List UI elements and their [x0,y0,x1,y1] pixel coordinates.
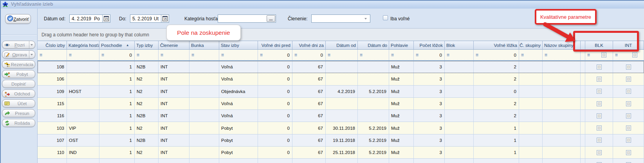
filter-operator-icon[interactable]: = [191,52,194,58]
filter-cell-cislo-izby[interactable]: = [38,50,67,60]
filter-cell-pocet-lozok[interactable]: =0 [414,50,445,60]
int-checkbox[interactable] [626,125,631,131]
filter-cell-datum-od[interactable]: = [326,50,358,60]
table-row[interactable]: 1061N2INTVoľná067Muž32 [38,73,644,85]
filter-operator-icon[interactable]: = [328,52,330,58]
column-header-volne-dni-pred[interactable]: Voľné dni pred [258,41,292,49]
table-row[interactable]: 1151N2INTVoľná067Muž32 [38,98,644,110]
filter-cell-datum-do[interactable]: = [358,50,389,60]
column-header-cislo-izby[interactable]: Číslo izby [38,41,67,49]
blk-checkbox[interactable] [597,101,602,106]
column-header-pocet-lozok[interactable]: Počet lôžok [414,41,445,49]
date-to-field[interactable]: 5. 2.2019 Ut 15 [130,14,169,23]
table-row[interactable]: 109HOST1N2INTObjednávka0674.2.20195.2.20… [38,86,644,98]
filter-operator-icon[interactable]: = [545,52,547,58]
filter-operator-icon[interactable]: = [416,52,419,58]
column-header-datum-od[interactable]: Dátum od [326,41,358,49]
filter-cell-kategoria-hosta[interactable]: = [67,50,99,60]
column-header-datum-do[interactable]: Dátum do [358,41,389,49]
table-row[interactable]: 103VIP1N2INTPobyt06730.11.20185.2.2019Mu… [38,122,644,134]
filter-cell-pohlavie[interactable]: = [389,50,414,60]
column-header-stav-izby[interactable]: Stav izby [219,41,258,49]
filter-operator-icon[interactable]: = [69,52,72,58]
blk-checkbox[interactable] [597,138,602,143]
blk-checkbox[interactable] [597,64,602,70]
table-row[interactable]: 1081N2BINTVoľná067Muž32 [38,61,644,73]
column-header-kategoria-hosta[interactable]: Kategória hosťa [67,41,99,49]
filter-cell-poschodie[interactable]: =0 [99,50,135,60]
sidebar-button-oprava[interactable]: Oprava [2,50,35,59]
filter-cell-typ-izby[interactable]: = [135,50,159,60]
dropdown-arrow-icon[interactable] [29,51,34,58]
blk-checkbox[interactable] [597,113,602,118]
column-header-clenenie[interactable]: Členenie [159,41,189,49]
sidebar-button-rosada[interactable]: Rošáda [2,119,35,127]
column-header-poschodie[interactable]: Poschodie▲ [99,41,135,49]
sidebar-button-doplnit[interactable]: Doplniť [2,80,35,88]
filter-operator-icon[interactable]: = [40,52,42,58]
cell-c-skupiny [519,86,543,97]
sidebar-button-pobyt[interactable]: Pobyt [2,70,35,78]
filter-operator-icon[interactable]: = [447,52,449,58]
sidebar-button-rezervacia[interactable]: Rezervácia [2,60,35,68]
filter-operator-icon[interactable]: = [615,52,618,58]
calendar-button[interactable]: 15 [161,15,169,22]
filter-operator-icon[interactable]: = [101,52,104,58]
cell-datum-od: 30.11.2018 [326,122,358,134]
filter-operator-icon[interactable]: = [391,52,394,58]
dropdown-arrow-icon[interactable] [29,41,34,48]
filter-operator-icon[interactable]: = [521,52,524,58]
filter-operator-icon[interactable]: = [137,52,139,58]
filter-cell-stav-izby[interactable]: = [219,50,258,60]
table-row[interactable]: 110IND1N2INTPobyt06725.11.20185.2.2019Mu… [38,147,644,159]
filter-cell-c-skupiny[interactable]: = [519,50,543,60]
int-checkbox[interactable] [626,89,631,94]
column-header-blok[interactable]: Blok [445,41,474,49]
filter-checkbox[interactable] [632,52,637,57]
filter-operator-icon[interactable]: = [221,52,224,58]
filter-cell-volne-lozka[interactable]: =0 [474,50,519,60]
column-header-volne-lozka[interactable]: Voľné lôžka [474,41,519,49]
calendar-button[interactable]: 15 [102,15,110,22]
ellipsis-button[interactable]: ... [267,15,275,22]
filter-operator-icon[interactable]: = [360,52,363,58]
guest-category-input[interactable]: ... [218,14,276,23]
filter-cell-volne-dni-za[interactable]: =0 [292,50,326,60]
blk-checkbox[interactable] [597,125,602,131]
filter-cell-bunka[interactable]: = [189,50,219,60]
filter-operator-icon[interactable]: = [587,52,590,58]
blk-checkbox[interactable] [597,77,602,82]
filter-cell-clenenie[interactable]: = [159,50,189,60]
table-row[interactable]: 1161N2BINTVoľná067Muž32 [38,110,644,122]
int-checkbox[interactable] [626,77,631,82]
sidebar-button-presun[interactable]: Presun [2,109,35,117]
column-header-typ-izby[interactable]: Typ izby [135,41,159,49]
close-button[interactable]: Zatvoriť [5,14,31,24]
clenenie-dropdown[interactable] [311,14,370,23]
filter-cell-volne-dni-pred[interactable]: =0 [258,50,292,60]
int-checkbox[interactable] [626,101,631,106]
sidebar-button-odchod[interactable]: Odchod [2,90,35,98]
table-row[interactable]: 101IND1N2INTPobyt01215.12.20185.2.2019Mu… [38,159,644,163]
filter-operator-icon[interactable]: = [260,52,263,58]
sidebar-button-pozri[interactable]: Pozri [2,41,35,49]
int-checkbox[interactable] [626,150,631,155]
filter-operator-icon[interactable]: = [161,52,163,58]
blk-checkbox[interactable] [597,150,602,155]
filter-cell-blok[interactable]: = [445,50,474,60]
table-row[interactable]: 107OST1N2BINTPobyt06719.11.20185.2.2019M… [38,134,644,147]
filter-checkbox[interactable] [601,52,606,57]
int-checkbox[interactable] [626,138,631,143]
column-header-volne-dni-za[interactable]: Voľné dni za [292,41,326,49]
filter-operator-icon[interactable]: = [476,52,478,58]
column-header-bunka[interactable]: Bunka [189,41,219,49]
only-free-checkbox[interactable] [383,15,388,20]
sidebar-button-ucet[interactable]: Účet [2,99,35,107]
callout-arrow-icon [537,22,580,45]
column-header-pohlavie[interactable]: Pohlavie [389,41,414,49]
date-from-field[interactable]: 4. 2.2019 Po 15 [69,14,110,23]
blk-checkbox[interactable] [597,89,602,94]
int-checkbox[interactable] [626,64,631,70]
filter-operator-icon[interactable]: = [294,52,297,58]
int-checkbox[interactable] [626,113,631,118]
